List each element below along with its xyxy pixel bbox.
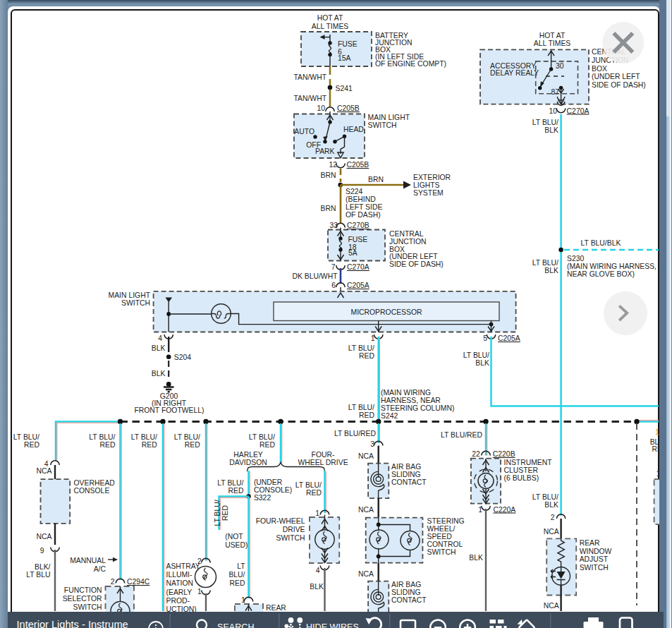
svg-text:C270B: C270B [347, 222, 369, 229]
svg-text:HARNESS, NEAR: HARNESS, NEAR [381, 397, 441, 404]
svg-text:BLK: BLK [475, 359, 489, 367]
svg-text:TAN/WHT: TAN/WHT [293, 73, 326, 81]
svg-text:S230: S230 [567, 255, 584, 262]
svg-text:HIDE WIRES: HIDE WIRES [306, 622, 359, 628]
svg-text:USED): USED) [225, 541, 248, 549]
svg-text:(IN RIGHT: (IN RIGHT [152, 399, 187, 407]
svg-text:REAR: REAR [266, 604, 286, 612]
svg-text:RED: RED [228, 487, 244, 495]
svg-text:2: 2 [551, 514, 555, 521]
svg-text:CLUSTER: CLUSTER [504, 466, 539, 474]
svg-text:BLK: BLK [469, 554, 483, 562]
svg-text:WHEEL/: WHEEL/ [427, 525, 456, 533]
svg-text:SLIDING: SLIDING [391, 471, 421, 478]
svg-text:NCA: NCA [37, 533, 52, 541]
svg-text:LT BLU/: LT BLU/ [214, 500, 221, 526]
svg-text:LT BLU/: LT BLU/ [463, 351, 489, 359]
svg-text:HOT AT: HOT AT [539, 32, 566, 40]
svg-text:PROD-: PROD- [166, 597, 190, 605]
svg-text:5: 5 [483, 334, 487, 342]
svg-text:LT BLU/: LT BLU/ [532, 493, 558, 501]
svg-text:(UNDER LEFT: (UNDER LEFT [592, 73, 640, 80]
svg-text:1: 1 [197, 588, 202, 596]
svg-text:10: 10 [549, 107, 557, 115]
svg-text:BOX: BOX [592, 65, 607, 73]
svg-text:C205A: C205A [347, 282, 369, 289]
svg-text:RED: RED [100, 441, 116, 449]
svg-text:MICROPROCESSOR: MICROPROCESSOR [350, 308, 422, 316]
svg-text:(UNDER: (UNDER [254, 478, 283, 486]
svg-text:NATION: NATION [166, 579, 193, 587]
svg-text:CONSOLE): CONSOLE) [254, 486, 292, 494]
svg-text:MAIN LIGHT: MAIN LIGHT [368, 114, 410, 121]
svg-text:LT BLU/RED: LT BLU/RED [334, 430, 376, 437]
svg-text:LT BLU/: LT BLU/ [13, 433, 39, 441]
svg-text:SWITCH: SWITCH [121, 299, 150, 307]
svg-text:SIDE OF DASH): SIDE OF DASH) [389, 260, 444, 268]
svg-text:BRN: BRN [321, 205, 336, 212]
svg-text:SPEED: SPEED [427, 533, 452, 541]
svg-text:(UNDER LEFT: (UNDER LEFT [389, 253, 438, 260]
svg-text:BRN: BRN [368, 176, 384, 183]
svg-text:LT BLU/: LT BLU/ [348, 344, 374, 352]
svg-text:LEFT SIDE: LEFT SIDE [346, 203, 382, 211]
svg-text:BLK: BLK [544, 267, 558, 274]
svg-text:LIGHTS: LIGHTS [413, 181, 440, 189]
svg-text:AIR BAG: AIR BAG [391, 463, 421, 471]
svg-text:STEERING: STEERING [427, 517, 465, 525]
svg-text:HEAD: HEAD [343, 126, 364, 133]
svg-text:BLK: BLK [310, 583, 324, 591]
svg-text:HARLEY: HARLEY [233, 451, 263, 459]
svg-text:C220B: C220B [493, 450, 515, 458]
svg-text:15A: 15A [338, 54, 351, 62]
svg-text:2: 2 [111, 578, 115, 586]
svg-text:LT BLU/: LT BLU/ [348, 404, 374, 411]
svg-text:MAIN LIGHT: MAIN LIGHT [109, 291, 151, 299]
svg-text:FRONT FOOTWELL): FRONT FOOTWELL) [134, 406, 204, 414]
svg-text:NEAR GLOVE BOX): NEAR GLOVE BOX) [567, 270, 635, 278]
svg-text:CENTRAL: CENTRAL [389, 230, 424, 238]
svg-text:BOX: BOX [389, 246, 405, 253]
svg-text:NCA: NCA [37, 467, 52, 475]
svg-text:REAR: REAR [580, 539, 600, 547]
svg-text:C294C: C294C [127, 578, 150, 586]
svg-text:DRIVE: DRIVE [283, 526, 305, 533]
svg-text:ILLUMI-: ILLUMI- [166, 571, 193, 579]
svg-text:MANNUAL: MANNUAL [70, 557, 106, 564]
svg-text:RED: RED [359, 352, 374, 360]
svg-text:SLIDING: SLIDING [391, 588, 421, 596]
svg-text:LT BLU/: LT BLU/ [295, 481, 322, 489]
svg-text:(MAIN WIRING: (MAIN WIRING [381, 389, 431, 397]
svg-text:STEERING COLUMN): STEERING COLUMN) [381, 404, 455, 412]
svg-text:WHEEL DRIVE: WHEEL DRIVE [298, 459, 348, 466]
svg-text:1: 1 [371, 334, 375, 342]
svg-text:C270A: C270A [347, 263, 369, 271]
svg-text:BLK: BLK [544, 126, 558, 134]
svg-text:7: 7 [331, 263, 336, 271]
svg-text:30: 30 [556, 62, 564, 70]
svg-text:JUNCTION: JUNCTION [389, 238, 427, 246]
svg-text:OF ENGINE COMPT): OF ENGINE COMPT) [375, 60, 446, 68]
svg-text:LT BLU/: LT BLU/ [532, 259, 558, 267]
svg-text:WINDOW: WINDOW [580, 548, 612, 555]
svg-text:SELECTOR: SELECTOR [63, 595, 102, 603]
svg-text:(NOT: (NOT [225, 533, 243, 541]
svg-text:BLK: BLK [152, 344, 166, 352]
svg-text:CONTROL: CONTROL [427, 541, 463, 548]
svg-text:22: 22 [472, 450, 480, 458]
svg-text:NCA: NCA [358, 506, 374, 514]
svg-text:OF DASH): OF DASH) [346, 211, 381, 219]
svg-text:LT BLU/BLK: LT BLU/BLK [581, 239, 621, 247]
svg-text:SEARCH: SEARCH [217, 622, 254, 628]
svg-text:RED: RED [24, 441, 39, 449]
svg-text:CONTACT: CONTACT [391, 478, 427, 486]
svg-text:RED: RED [230, 579, 245, 587]
svg-text:CONTACT: CONTACT [391, 596, 427, 604]
svg-text:C205B: C205B [347, 161, 369, 169]
svg-text:FOUR-: FOUR- [312, 451, 335, 459]
svg-text:RED: RED [259, 441, 275, 449]
svg-text:S242: S242 [381, 412, 398, 420]
svg-text:SYSTEM: SYSTEM [413, 189, 444, 197]
svg-text:BLK: BLK [544, 501, 558, 509]
svg-text:SWITCH: SWITCH [580, 564, 609, 572]
